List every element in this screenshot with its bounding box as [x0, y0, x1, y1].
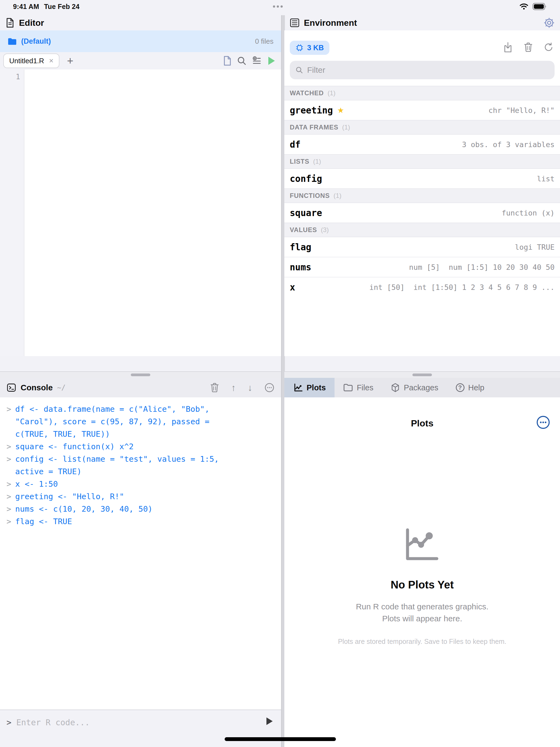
environment-header: Environment [284, 15, 560, 30]
console-more-icon[interactable] [264, 383, 274, 393]
memory-size: 3 KB [307, 44, 324, 52]
console-line: active = TRUE) [6, 465, 278, 478]
watched-star-icon: ★ [337, 106, 344, 115]
empty-state-title: No Plots Yet [284, 579, 560, 591]
document-icon [5, 18, 15, 28]
history-down-icon[interactable]: ↓ [248, 383, 252, 393]
files-tab-icon [343, 384, 353, 392]
tab-label: Plots [306, 383, 326, 392]
line-number: 1 [16, 73, 20, 81]
environment-settings-icon[interactable] [544, 17, 555, 28]
tab-files[interactable]: Files [335, 378, 382, 397]
filter-search-icon [295, 66, 303, 74]
console-line: >x <- 1:50 [6, 478, 278, 490]
console-header: Console ~/ ↑ ↓ [0, 378, 281, 398]
status-bar: 9:41 AMTue Feb 24 [0, 0, 560, 15]
new-file-icon[interactable] [223, 56, 232, 66]
status-time: 9:41 AM [13, 3, 39, 10]
search-icon[interactable] [237, 56, 247, 66]
code-editor[interactable]: 1 [0, 70, 281, 356]
plots-more-icon[interactable] [536, 415, 550, 430]
tab-label: Files [357, 383, 373, 392]
status-clock: 9:41 AMTue Feb 24 [13, 3, 84, 10]
variable-row-greeting[interactable]: greeting ★ chr "Hello, R!" [284, 100, 560, 120]
console-input[interactable]: Enter R code... [16, 718, 90, 727]
terminal-icon [6, 383, 16, 392]
tab-untitled1[interactable]: Untitled1.R × [3, 53, 59, 68]
variable-row-config[interactable]: config list [284, 169, 560, 188]
files-count: 0 files [255, 37, 273, 46]
console-path: ~/ [57, 384, 65, 392]
console-input-bar: > Enter R code... [0, 710, 281, 747]
workspace-label: (Default) [21, 37, 51, 46]
input-prompt: > [6, 718, 11, 727]
tab-help[interactable]: ? Help [447, 378, 493, 397]
plots-empty-state: No Plots Yet Run R code that generates g… [284, 528, 560, 645]
editor-actions [223, 56, 279, 66]
help-tab-icon: ? [456, 383, 464, 392]
console-line: >nums <- c(10, 20, 30, 40, 50) [6, 503, 278, 515]
home-indicator[interactable] [225, 737, 336, 741]
run-code-icon[interactable] [265, 717, 273, 726]
console-actions: ↑ ↓ [210, 383, 274, 393]
empty-state-note: Plots are stored temporarily. Save to Fi… [284, 638, 560, 645]
empty-state-description: Run R code that generates graphics. Plot… [284, 601, 560, 624]
clear-console-icon[interactable] [210, 383, 219, 393]
memory-badge[interactable]: 3 KB [290, 41, 329, 55]
variable-row-df[interactable]: df 3 obs. of 3 variables [284, 135, 560, 154]
splitter-handle[interactable] [412, 374, 432, 376]
variable-row-x[interactable]: x int [50] int [1:50] 1 2 3 4 5 6 7 8 9 … [284, 277, 560, 297]
section-watched: WATCHED (1) [284, 86, 560, 100]
editor-gutter: 1 [0, 70, 24, 356]
section-data-frames: DATA FRAMES (1) [284, 120, 560, 135]
console-line: >config <- list(name = "test", values = … [6, 453, 278, 465]
console-line: c(TRUE, TRUE, TRUE)) [6, 428, 278, 440]
environment-actions [503, 42, 554, 53]
battery-icon [532, 3, 547, 10]
editor-console-pane: Editor (Default) 0 files Untitled1.R × + [0, 15, 281, 747]
new-tab-button[interactable]: + [67, 55, 73, 67]
editor-tab-bar: Untitled1.R × + [0, 52, 281, 70]
console-line: "Carol"), score = c(95, 87, 92), passed … [6, 415, 278, 428]
console-line: >flag <- TRUE [6, 515, 278, 528]
console-line: >square <- function(x) x^2 [6, 440, 278, 453]
plots-panel-title: Plots [284, 418, 560, 429]
panel-tab-bar: Plots Files Packages ? Help [284, 378, 560, 398]
variable-row-square[interactable]: square function (x) [284, 203, 560, 223]
tab-close-icon[interactable]: × [49, 57, 53, 65]
section-functions: FUNCTIONS (1) [284, 188, 560, 203]
folder-icon [8, 37, 17, 45]
clear-environment-icon[interactable] [524, 42, 533, 52]
tab-label: Help [468, 383, 485, 392]
export-icon[interactable] [503, 42, 513, 53]
filter-placeholder: Filter [307, 66, 325, 75]
refresh-icon[interactable] [544, 42, 554, 52]
workspace-row[interactable]: (Default) 0 files [0, 30, 281, 52]
multitasking-dots-icon[interactable] [273, 5, 283, 8]
variable-row-flag[interactable]: flag logi TRUE [284, 237, 560, 257]
environment-toolbar: 3 KB [284, 30, 560, 86]
empty-chart-icon [403, 528, 442, 562]
wifi-icon [519, 3, 529, 10]
variable-row-nums[interactable]: nums num [5] num [1:5] 10 20 30 40 50 [284, 257, 560, 277]
tab-label: Packages [404, 383, 438, 392]
history-up-icon[interactable]: ↑ [231, 383, 236, 393]
tab-packages[interactable]: Packages [382, 378, 447, 397]
section-lists: LISTS (1) [284, 154, 560, 169]
environment-plots-pane: Environment 3 KB [284, 15, 560, 747]
console-line: >greeting <- "Hello, R!" [6, 490, 278, 503]
editor-header: Editor [0, 15, 281, 30]
console-line: >df <- data.frame(name = c("Alice", "Bob… [6, 403, 278, 415]
status-indicators [519, 3, 547, 10]
editor-title: Editor [19, 18, 44, 28]
environment-list: WATCHED (1) greeting ★ chr "Hello, R!" D… [284, 86, 560, 356]
environment-filter-input[interactable]: Filter [290, 61, 555, 79]
packages-tab-icon [391, 383, 400, 392]
environment-title: Environment [304, 18, 357, 28]
tab-plots[interactable]: Plots [284, 378, 335, 397]
console-output[interactable]: >df <- data.frame(name = c("Alice", "Bob… [0, 397, 281, 710]
run-file-icon[interactable] [267, 56, 276, 66]
splitter-handle[interactable] [131, 374, 150, 376]
outline-add-icon[interactable] [252, 56, 262, 66]
memory-chip-icon [295, 44, 304, 52]
